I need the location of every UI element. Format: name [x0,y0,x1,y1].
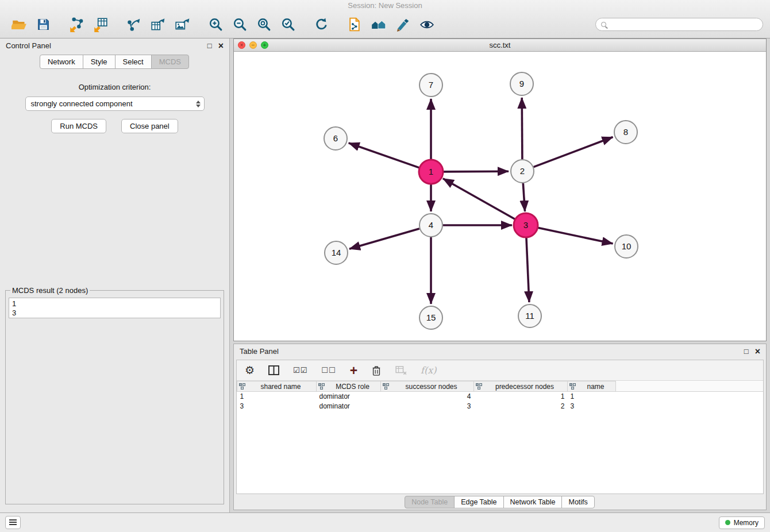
delete-table-button[interactable] [395,366,407,375]
mcds-result-item[interactable]: 1 [12,299,220,309]
zoom-out-button[interactable] [228,14,252,36]
open-session-button[interactable] [7,14,31,36]
table-settings-button[interactable]: ⚙ [245,365,255,376]
show-columns-button[interactable] [268,365,279,375]
save-session-button[interactable] [31,14,55,36]
tab-network-table[interactable]: Network Table [503,496,563,508]
graph-node-9[interactable]: 9 [510,72,533,95]
column-header-name[interactable]: name [568,381,616,392]
home-view-button[interactable] [367,14,391,36]
column-attribute-icon [239,383,245,390]
graph-edge-3-1[interactable] [443,179,515,219]
graph-node-14[interactable]: 14 [325,241,348,264]
optimization-criterion-value: strongly connected component [31,99,133,108]
float-panel-icon[interactable]: □ [207,42,212,49]
graph-node-1[interactable]: 1 [419,160,443,184]
node-table-area[interactable]: shared nameMCDS rolesuccessor nodesprede… [237,381,763,494]
cell-name[interactable]: 1 [568,392,616,402]
network-window-title: scc.txt [234,41,766,49]
zoom-selected-button[interactable] [276,14,300,36]
graph-edge-3-10[interactable] [538,228,613,244]
graph-node-4[interactable]: 4 [419,214,442,237]
show-hide-panels-button[interactable] [415,14,439,36]
cell-successor-nodes[interactable]: 3 [381,402,474,411]
graph-node-15[interactable]: 15 [419,306,442,329]
graph-node-3[interactable]: 3 [514,213,538,237]
table-row[interactable]: 1dominator411 [237,392,764,402]
close-panel-icon[interactable]: × [218,42,224,49]
list-icon [9,519,17,526]
export-image-button[interactable] [170,14,194,36]
window-zoom-button[interactable]: + [261,41,268,49]
graph-edge-4-14[interactable] [349,229,419,249]
search-input[interactable] [610,21,757,29]
zoom-in-button[interactable] [203,14,228,36]
apply-style-button[interactable] [391,14,415,36]
search-box[interactable] [595,18,763,31]
graph-edge-2-9[interactable] [522,98,522,159]
svg-text:15: 15 [426,313,436,322]
control-panel-header: Control Panel □ × [0,38,229,53]
graph-edge-1-2[interactable] [443,171,509,172]
save-icon [36,17,51,32]
graph-edge-1-6[interactable] [349,143,420,168]
table-row[interactable]: 3dominator323 [237,402,764,411]
tab-motifs[interactable]: Motifs [561,496,594,508]
cell-MCDS-role[interactable]: dominator [317,402,381,411]
main-area: Control Panel □ × NetworkStyleSelectMCDS… [0,38,770,512]
tab-node-table[interactable]: Node Table [405,496,455,508]
create-column-button[interactable]: + [350,365,357,376]
memory-button[interactable]: Memory [719,516,765,529]
optimization-criterion-select[interactable]: strongly connected component [25,97,205,111]
run-mcds-button[interactable]: Run MCDS [51,119,106,133]
export-network-button[interactable] [122,14,146,36]
network-document-button[interactable] [342,14,367,36]
column-header-successor-nodes[interactable]: successor nodes [381,381,474,392]
cell-predecessor-nodes[interactable]: 2 [474,402,568,411]
graph-node-7[interactable]: 7 [419,74,442,97]
column-header-shared-name[interactable]: shared name [237,381,317,392]
deselect-all-button[interactable]: ☐☐ [321,366,336,375]
graph-edge-2-8[interactable] [534,137,613,167]
import-table-button[interactable] [88,14,113,36]
cell-MCDS-role[interactable]: dominator [317,392,381,402]
select-all-button[interactable]: ☑☑ [293,366,307,375]
graph-node-11[interactable]: 11 [518,304,541,327]
tab-mcds[interactable]: MCDS [151,55,189,69]
window-close-button[interactable]: × [238,41,245,49]
cell-successor-nodes[interactable]: 4 [381,392,474,402]
import-network-button[interactable] [64,14,88,36]
tab-style[interactable]: Style [83,55,116,69]
close-panel-button[interactable]: Close panel [121,119,178,133]
window-minimize-button[interactable]: − [249,41,257,49]
tab-edge-table[interactable]: Edge Table [454,496,503,508]
delete-table-icon [395,366,407,375]
column-header-predecessor-nodes[interactable]: predecessor nodes [474,381,568,392]
graph-node-6[interactable]: 6 [324,127,347,150]
graph-edge-3-11[interactable] [526,237,529,302]
tab-select[interactable]: Select [115,55,152,69]
task-history-button[interactable] [5,516,21,529]
tab-network[interactable]: Network [40,55,83,69]
mcds-result-item[interactable]: 3 [12,309,220,318]
cell-shared-name[interactable]: 3 [237,402,317,411]
open-folder-icon [11,17,27,32]
column-header-MCDS-role[interactable]: MCDS role [317,381,381,392]
close-table-panel-icon[interactable]: × [755,348,760,355]
export-table-button[interactable] [146,14,170,36]
graph-edge-2-3[interactable] [523,183,525,211]
cell-name[interactable]: 3 [568,402,616,411]
float-table-panel-icon[interactable]: □ [744,348,749,355]
window-title: Session: New Session [0,0,770,11]
graph-node-10[interactable]: 10 [615,235,638,258]
graph-node-2[interactable]: 2 [511,160,534,183]
control-panel-tabs: NetworkStyleSelectMCDS [0,55,229,69]
delete-column-button[interactable] [371,365,382,376]
network-canvas[interactable]: 7968124314101511 [234,52,766,341]
refresh-view-button[interactable] [309,14,333,36]
graph-node-8[interactable]: 8 [614,121,637,144]
cell-shared-name[interactable]: 1 [237,392,317,402]
cell-predecessor-nodes[interactable]: 1 [474,392,568,402]
zoom-fit-button[interactable] [252,14,276,36]
function-builder-button[interactable]: f(x) [421,365,436,376]
